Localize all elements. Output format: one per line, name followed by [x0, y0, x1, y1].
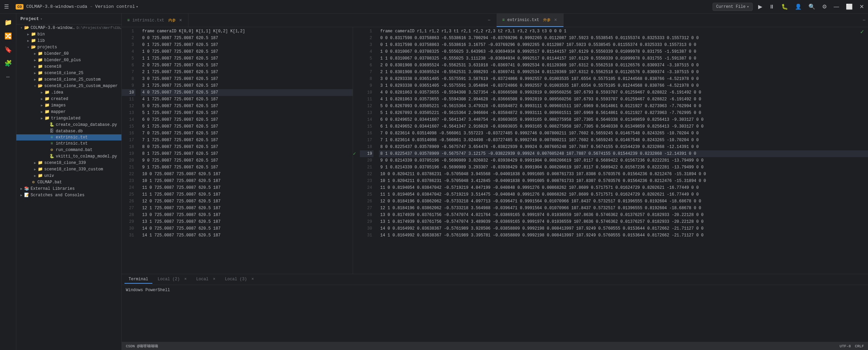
- tree-item-colmap-bat[interactable]: ⚙ COLMAP.bat: [16, 179, 121, 185]
- scene339custom-label: scene18_clone_339_custom: [44, 167, 103, 172]
- mapper-label: mapper: [51, 110, 66, 114]
- colmapbat-icon: ⚙: [31, 180, 36, 185]
- createdb-label: create_colmap_database.py: [56, 122, 117, 127]
- tab-intrinsic[interactable]: ≡ intrinsic.txt 内参 ×: [122, 14, 188, 27]
- terminal-tab-local[interactable]: Local ×: [192, 276, 219, 284]
- tree-item-extrinsic[interactable]: ≡ extrinsic.txt: [16, 134, 121, 140]
- lib-label: lib: [37, 38, 45, 43]
- tree-item-createdb[interactable]: 🐍 create_colmap_database.py: [16, 121, 121, 128]
- tree-item-lib[interactable]: ▶ 📁 lib: [16, 37, 121, 44]
- tree-item-scene18[interactable]: ▶ 📁 scene18: [16, 63, 121, 70]
- extrinsic-label: extrinsic.txt: [56, 135, 88, 140]
- scene339-chevron: ▶: [33, 161, 37, 165]
- project-header[interactable]: Project ▾: [16, 14, 121, 24]
- createdb-icon: 🐍: [49, 122, 54, 127]
- blender60plus-icon: 📁: [37, 57, 43, 63]
- minimize-button[interactable]: —: [832, 2, 840, 11]
- editor-scroll-right[interactable]: ✓ 12345678910111213141516171819202122232…: [353, 27, 868, 274]
- tree-item-blender60plus[interactable]: ▶ 📁 blender_60_plus: [16, 57, 121, 63]
- activity-bookmark-icon[interactable]: 🔖: [2, 44, 14, 56]
- tree-item-mapper[interactable]: ▶ 📁 mapper: [16, 109, 121, 115]
- tree-item-mapper-root[interactable]: ▾ 📂 scene18_clone_25_custom_mapper: [16, 83, 121, 89]
- maximize-button[interactable]: ⬜: [845, 2, 854, 11]
- tree-item-blender60[interactable]: ▶ 📁 blender_60: [16, 50, 121, 57]
- terminal-prompt: Windows PowerShell: [126, 288, 170, 293]
- extlibs-label: External Libraries: [31, 186, 75, 191]
- local3-close[interactable]: ×: [251, 277, 254, 282]
- current-file-button[interactable]: Current File ▾: [713, 3, 753, 11]
- scratches-chevron: ▶: [19, 193, 24, 197]
- editor-scroll-left[interactable]: 1234567891011121314151617181920212223242…: [122, 27, 353, 274]
- terminal-tab-local3[interactable]: Local (3) ×: [221, 276, 258, 284]
- tab-intrinsic-close[interactable]: ×: [179, 17, 183, 24]
- vkitti-icon: 🐍: [49, 154, 54, 159]
- tab-extrinsic-annotation: 外参: [543, 17, 551, 22]
- debug-button[interactable]: 🐛: [780, 2, 789, 11]
- projects-folder-icon: 📂: [31, 45, 36, 50]
- tree-item-bin[interactable]: ▶ 📁 bin: [16, 31, 121, 37]
- triangulated-label: triangulated: [51, 116, 80, 121]
- pause-button[interactable]: ⏸: [768, 2, 776, 11]
- tab-intrinsic-annotation: 内参: [168, 18, 176, 23]
- extlibs-chevron: ▶: [19, 187, 24, 191]
- tree-item-images[interactable]: ▶ 📁 images: [16, 102, 121, 109]
- gutter-check-right: ✓: [353, 27, 360, 239]
- code-lines-left: frame cameraID K[0,0] K[1,1] K[0,2] K[1,…: [138, 27, 353, 239]
- tree-item-scratches[interactable]: ▶ 📝 Scratches and Consoles: [16, 192, 121, 198]
- tree-item-scene18clone25custom[interactable]: ▶ 📁 scene18_clone_25_custom: [16, 76, 121, 83]
- activity-more-icon[interactable]: ⋯: [2, 71, 14, 83]
- tree-item-runcmd[interactable]: ⚙ run_command.bat: [16, 147, 121, 153]
- project-name: COLMAP-3.8-windows-cuda: [26, 4, 87, 9]
- tree-item-projects[interactable]: ▾ 📂 projects: [16, 44, 121, 50]
- profile-button[interactable]: 👤: [794, 2, 803, 11]
- tree-item-univ[interactable]: ▶ 📁 univ: [16, 172, 121, 179]
- project-chevron: ▾: [40, 17, 43, 21]
- tree-item-database[interactable]: 🗄 database.db: [16, 128, 121, 134]
- mapperroot-label: scene18_clone_25_custom_mapper: [44, 84, 118, 88]
- left-tab-options[interactable]: ⋯: [485, 14, 495, 27]
- blender60-label: blender_60: [44, 51, 69, 56]
- tab-extrinsic-close[interactable]: ×: [553, 17, 557, 23]
- close-button[interactable]: ✕: [858, 2, 865, 11]
- scene339-icon: 📁: [37, 160, 43, 165]
- tree-root[interactable]: ▾ 📂 COLMAP-3.8-windows-cuda D:\Projects\…: [16, 24, 121, 31]
- idea-label: .idea: [51, 90, 63, 95]
- right-tab-options[interactable]: ⋯: [860, 14, 868, 27]
- root-chevron: ▾: [19, 26, 24, 30]
- settings-button[interactable]: ⚙: [821, 2, 828, 11]
- intrinsic-icon: ≡: [49, 141, 54, 146]
- tree-item-triangulated[interactable]: ▶ 📁 triangulated: [16, 115, 121, 121]
- tree-item-idea[interactable]: ▶ 📁 .idea: [16, 89, 121, 96]
- status-csdn: CSDN @喃呀喃喃喃: [126, 344, 158, 349]
- status-encoding: UTF-8: [840, 344, 851, 348]
- blender60plus-label: blender_60_plus: [44, 58, 81, 63]
- local2-close[interactable]: ×: [184, 277, 187, 282]
- tree-item-scene339[interactable]: ▶ 📁 scene18_clone_339: [16, 160, 121, 166]
- version-control-btn[interactable]: Version control ▾: [95, 4, 138, 9]
- scratches-icon: 📝: [24, 193, 29, 198]
- scene18clone25-icon: 📁: [37, 70, 43, 76]
- tree-item-vkitti[interactable]: 🐍 vkitti_to_colmap_model.py: [16, 153, 121, 160]
- tree-item-extlibs[interactable]: ▶ 📚 External Libraries: [16, 185, 121, 192]
- tab-extrinsic[interactable]: ≡ extrinsic.txt 外参 ×: [497, 14, 563, 27]
- tree-item-intrinsic[interactable]: ≡ intrinsic.txt: [16, 140, 121, 147]
- project-tree: ▾ 📂 COLMAP-3.8-windows-cuda D:\Projects\…: [16, 24, 121, 350]
- tree-item-scene18clone25[interactable]: ▶ 📁 scene18_clone_25: [16, 70, 121, 76]
- terminal-content[interactable]: Windows PowerShell: [122, 285, 868, 342]
- created-label: created: [51, 97, 68, 101]
- terminal-tab-local2[interactable]: Local (2) ×: [154, 276, 191, 284]
- tree-item-scene339custom[interactable]: ▶ 📁 scene18_clone_339_custom: [16, 166, 121, 172]
- blender60-icon: 📁: [37, 51, 43, 56]
- search-top-button[interactable]: 🔍: [807, 2, 817, 11]
- activity-structure-icon[interactable]: 🧩: [2, 57, 14, 69]
- activity-commit-icon[interactable]: 🔀: [2, 30, 14, 42]
- status-linesep: CRLF: [855, 344, 864, 348]
- activity-folder-icon[interactable]: 📁: [2, 16, 14, 29]
- tree-item-created[interactable]: ▶ 📁 created: [16, 96, 121, 102]
- code-area-right: ✓ 12345678910111213141516171819202122232…: [353, 27, 868, 239]
- menu-icon[interactable]: ☰: [3, 2, 10, 12]
- run-button[interactable]: ▶: [757, 2, 764, 11]
- local-close[interactable]: ×: [213, 277, 215, 282]
- terminal-tab-main[interactable]: Terminal: [124, 276, 152, 284]
- line-numbers-left: 1234567891011121314151617181920212223242…: [122, 27, 138, 239]
